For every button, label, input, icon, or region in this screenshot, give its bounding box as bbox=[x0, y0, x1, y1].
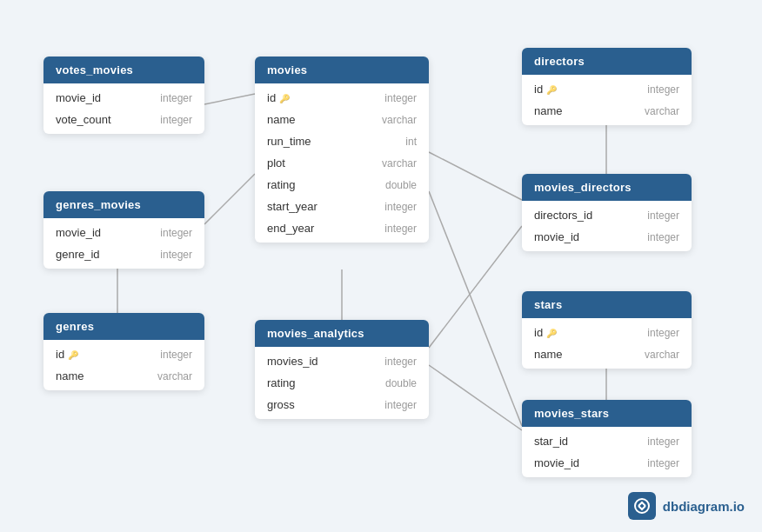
svg-line-4 bbox=[429, 226, 522, 348]
column-name: id🔑 bbox=[267, 91, 290, 104]
table-row: namevarchar bbox=[522, 343, 692, 365]
column-name: plot bbox=[267, 156, 285, 170]
key-icon: 🔑 bbox=[546, 329, 557, 339]
column-type: int bbox=[405, 136, 417, 148]
table-row: start_yearinteger bbox=[255, 196, 429, 217]
table-row: namevarchar bbox=[522, 100, 692, 122]
table-body-movies_directors: directors_idintegermovie_idinteger bbox=[522, 201, 692, 251]
table-row: end_yearinteger bbox=[255, 217, 429, 239]
table-row: id🔑integer bbox=[255, 87, 429, 109]
column-name: end_year bbox=[267, 222, 314, 235]
column-name: id🔑 bbox=[534, 83, 557, 96]
column-type: integer bbox=[647, 209, 679, 222]
table-row: genre_idinteger bbox=[43, 243, 204, 265]
table-stars: starsid🔑integernamevarchar bbox=[522, 291, 692, 369]
table-row: id🔑integer bbox=[43, 343, 204, 365]
column-name: id🔑 bbox=[56, 348, 78, 361]
column-type: integer bbox=[384, 92, 417, 104]
column-type: integer bbox=[160, 349, 192, 361]
column-type: integer bbox=[160, 227, 192, 239]
table-row: ratingdouble bbox=[255, 372, 429, 394]
column-name: movies_id bbox=[267, 355, 318, 368]
table-header-movies_stars: movies_stars bbox=[522, 400, 692, 427]
column-type: varchar bbox=[645, 349, 679, 361]
svg-line-7 bbox=[429, 365, 522, 430]
svg-line-6 bbox=[429, 191, 522, 426]
table-header-votes_movies: votes_movies bbox=[43, 57, 204, 83]
column-type: integer bbox=[384, 201, 417, 213]
table-row: plotvarchar bbox=[255, 152, 429, 174]
svg-line-1 bbox=[204, 174, 255, 224]
table-votes_movies: votes_moviesmovie_idintegervote_countint… bbox=[43, 57, 204, 134]
column-name: name bbox=[267, 113, 296, 126]
watermark-text: dbdiagram.io bbox=[663, 499, 745, 514]
table-row: vote_countinteger bbox=[43, 109, 204, 130]
table-row: star_idinteger bbox=[522, 430, 692, 452]
table-header-genres: genres bbox=[43, 313, 204, 340]
table-row: id🔑integer bbox=[522, 78, 692, 100]
column-type: varchar bbox=[645, 105, 679, 117]
table-body-genres_movies: movie_idintegergenre_idinteger bbox=[43, 218, 204, 269]
column-type: integer bbox=[647, 83, 679, 96]
table-row: grossinteger bbox=[255, 394, 429, 416]
table-movies_stars: movies_starsstar_idintegermovie_idintege… bbox=[522, 400, 692, 477]
column-name: id🔑 bbox=[534, 326, 557, 339]
column-type: double bbox=[385, 179, 417, 191]
column-name: directors_id bbox=[534, 209, 592, 222]
column-type: varchar bbox=[382, 157, 417, 170]
column-name: star_id bbox=[534, 435, 568, 448]
column-type: integer bbox=[647, 457, 679, 469]
table-body-movies_stars: star_idintegermovie_idinteger bbox=[522, 427, 692, 477]
column-name: rating bbox=[267, 178, 296, 191]
column-type: integer bbox=[384, 223, 417, 235]
column-name: vote_count bbox=[56, 113, 111, 126]
table-movies: moviesid🔑integernamevarcharrun_timeintpl… bbox=[255, 57, 429, 243]
table-row: movie_idinteger bbox=[43, 87, 204, 109]
column-name: movie_id bbox=[534, 230, 579, 243]
table-directors: directorsid🔑integernamevarchar bbox=[522, 48, 692, 125]
table-body-directors: id🔑integernamevarchar bbox=[522, 75, 692, 125]
column-name: name bbox=[534, 348, 563, 361]
column-type: integer bbox=[384, 356, 417, 368]
table-header-movies_analytics: movies_analytics bbox=[255, 320, 429, 347]
svg-line-5 bbox=[429, 152, 522, 200]
column-type: integer bbox=[384, 399, 417, 411]
column-name: movie_id bbox=[56, 91, 101, 104]
table-genres: genresid🔑integernamevarchar bbox=[43, 313, 204, 390]
column-name: movie_id bbox=[534, 456, 579, 469]
watermark-logo bbox=[628, 492, 656, 520]
key-icon: 🔑 bbox=[279, 94, 290, 104]
column-type: varchar bbox=[382, 114, 417, 126]
table-movies_analytics: movies_analyticsmovies_idintegerratingdo… bbox=[255, 320, 429, 419]
table-header-movies: movies bbox=[255, 57, 429, 83]
table-genres_movies: genres_moviesmovie_idintegergenre_idinte… bbox=[43, 191, 204, 269]
column-type: integer bbox=[160, 114, 192, 126]
table-header-directors: directors bbox=[522, 48, 692, 75]
table-body-stars: id🔑integernamevarchar bbox=[522, 318, 692, 369]
column-type: double bbox=[385, 377, 417, 389]
table-row: directors_idinteger bbox=[522, 204, 692, 226]
table-body-votes_movies: movie_idintegervote_countinteger bbox=[43, 83, 204, 134]
column-type: integer bbox=[160, 92, 192, 104]
table-row: run_timeint bbox=[255, 130, 429, 152]
key-icon: 🔑 bbox=[68, 350, 78, 361]
column-name: gross bbox=[267, 398, 295, 411]
table-body-movies_analytics: movies_idintegerratingdoublegrossinteger bbox=[255, 347, 429, 419]
column-name: name bbox=[56, 369, 84, 382]
column-name: run_time bbox=[267, 135, 311, 148]
table-row: movie_idinteger bbox=[522, 452, 692, 474]
table-header-movies_directors: movies_directors bbox=[522, 174, 692, 201]
column-type: integer bbox=[160, 249, 192, 261]
svg-line-0 bbox=[204, 94, 255, 104]
table-row: ratingdouble bbox=[255, 174, 429, 196]
table-header-genres_movies: genres_movies bbox=[43, 191, 204, 218]
table-row: movie_idinteger bbox=[43, 222, 204, 243]
column-name: name bbox=[534, 104, 563, 117]
column-name: start_year bbox=[267, 200, 318, 213]
column-type: integer bbox=[647, 327, 679, 339]
table-row: movie_idinteger bbox=[522, 226, 692, 248]
table-row: namevarchar bbox=[43, 365, 204, 387]
table-row: id🔑integer bbox=[522, 322, 692, 343]
table-movies_directors: movies_directorsdirectors_idintegermovie… bbox=[522, 174, 692, 251]
column-type: integer bbox=[647, 231, 679, 243]
